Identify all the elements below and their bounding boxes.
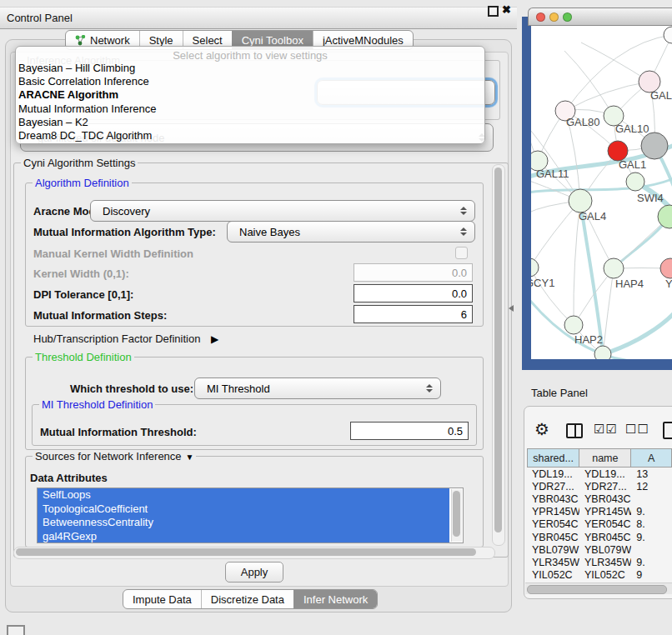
- manual-kernel-checkbox[interactable]: [455, 247, 468, 259]
- table-cell: YPR145W: [579, 506, 631, 518]
- table-cell: 9.: [631, 557, 672, 568]
- table-cell: YDR27...: [579, 481, 631, 492]
- table-row[interactable]: YIL052CYIL052C9: [527, 569, 672, 582]
- table-row[interactable]: YBR043CYBR043C: [527, 492, 672, 505]
- minimize-window-icon[interactable]: [549, 12, 559, 22]
- split-columns-icon[interactable]: [566, 423, 583, 438]
- zoom-window-icon[interactable]: [563, 12, 572, 22]
- hide-columns-icon[interactable]: ☐☐: [625, 422, 649, 437]
- table-cell: YDR27...: [527, 481, 579, 492]
- node-gal4[interactable]: [569, 189, 592, 212]
- list-scrollbar[interactable]: [451, 489, 462, 542]
- table-cell: 12: [631, 481, 672, 492]
- mi-threshold-field[interactable]: 0.5: [350, 422, 469, 440]
- attribute-item-betweennesscentrality[interactable]: BetweennessCentrality: [38, 516, 449, 530]
- dropdown-item-mutual-information-inference[interactable]: Mutual Information Inference: [16, 102, 484, 116]
- table-row[interactable]: YBL079WYBL079W: [527, 543, 672, 556]
- apply-button[interactable]: Apply: [225, 562, 283, 582]
- settings-horizontal-scrollbar[interactable]: [13, 547, 495, 559]
- app-root: Control Panel ✖ NetworkStyleSelectCyni T…: [0, 0, 672, 635]
- node-gal1-label: GAL1: [619, 158, 646, 171]
- node-y-partial-label: YJ: [665, 278, 672, 290]
- kernel-width-field[interactable]: 0.0: [354, 263, 473, 282]
- data-attributes-label: Data Attributes: [30, 472, 108, 484]
- table-row[interactable]: YPR145WYPR145W9.: [527, 506, 672, 518]
- mi-threshold-label: Mutual Information Threshold:: [40, 426, 197, 438]
- table-row[interactable]: YER054CYER054C8.: [527, 518, 672, 531]
- collapse-down-icon[interactable]: ▼: [186, 452, 194, 462]
- hub-definition-label: Hub/Transcription Factor Definition: [33, 332, 200, 345]
- network-window-titlebar[interactable]: [528, 8, 672, 26]
- dpi-tolerance-value: 0.0: [452, 288, 467, 300]
- table-header-row: shared...nameA: [527, 448, 672, 468]
- node-unlabeled-green[interactable]: [658, 205, 672, 228]
- kernel-width-value: 0.0: [452, 267, 467, 279]
- aracne-mode-value: Discovery: [103, 205, 150, 218]
- node-hap2[interactable]: [564, 316, 583, 334]
- panel-collapse-arrow[interactable]: [509, 305, 514, 312]
- node-y-partial[interactable]: [660, 258, 672, 278]
- which-threshold-label: Which threshold to use:: [70, 382, 193, 395]
- table-cell: 9.: [631, 532, 672, 543]
- table-row[interactable]: YDR27...YDR27...12: [527, 480, 672, 492]
- cyni-bottom-tabs: Impute DataDiscretize DataInfer Network: [123, 589, 378, 609]
- dropdown-item-bayesian-hill-climbing[interactable]: Bayesian – Hill Climbing: [16, 62, 484, 75]
- node-gal10-label: GAL10: [615, 122, 649, 135]
- cyni-settings-legend: Cyni Algorithm Settings: [21, 157, 138, 169]
- control-panel-titlebar: Control Panel: [0, 7, 517, 29]
- network-edge: [581, 42, 649, 82]
- tab-impute-data[interactable]: Impute Data: [123, 590, 201, 608]
- dropdown-item-basic-correlation-inference[interactable]: Basic Correlation Inference: [16, 75, 484, 88]
- table-cell: YER054C: [527, 518, 579, 530]
- column-header-a[interactable]: A: [631, 448, 672, 468]
- table-row[interactable]: YBR045CYBR045C9.: [527, 531, 672, 543]
- table-row[interactable]: YDL19...YDL19...13: [527, 468, 672, 480]
- tab-discretize-data[interactable]: Discretize Data: [201, 590, 293, 608]
- table-row[interactable]: YLR345WYLR345W9.: [527, 556, 672, 568]
- minimized-panel-icon[interactable]: [7, 625, 25, 635]
- dropdown-item-aracne-algorithm[interactable]: ARACNE Algorithm: [16, 88, 484, 102]
- float-panel-icon[interactable]: [488, 6, 499, 17]
- combo-arrows-icon: [460, 228, 467, 236]
- table-cell: YBL079W: [527, 544, 579, 556]
- node-unlabeled-top[interactable]: [664, 27, 672, 43]
- node-unlabeled-gray[interactable]: [641, 132, 668, 159]
- mi-steps-value: 6: [461, 308, 467, 321]
- attribute-item-topologicalcoefficient[interactable]: TopologicalCoefficient: [38, 502, 449, 517]
- close-window-icon[interactable]: [536, 12, 545, 22]
- gear-icon[interactable]: ⚙: [534, 419, 549, 439]
- node-gcy1[interactable]: [531, 258, 539, 277]
- dpi-tolerance-field[interactable]: 0.0: [354, 284, 473, 302]
- column-header-shared-[interactable]: shared...: [527, 448, 579, 468]
- aracne-mode-combo[interactable]: Discovery: [90, 200, 475, 222]
- tab-label: Infer Network: [303, 593, 368, 606]
- which-threshold-combo[interactable]: MI Threshold: [194, 378, 441, 399]
- node-attribute-table[interactable]: shared...nameAYDL19...YDL19...13YDR27...…: [527, 448, 672, 582]
- column-header-name[interactable]: name: [579, 448, 631, 468]
- node-unlabeled-bottom[interactable]: [594, 346, 611, 359]
- node-gal11-label: GAL11: [536, 168, 569, 180]
- mi-algorithm-type-combo[interactable]: Naive Bayes: [227, 221, 475, 242]
- table-function-icon[interactable]: [663, 422, 672, 439]
- settings-vertical-scrollbar[interactable]: [492, 164, 505, 546]
- network-edge-highlighted: [603, 311, 672, 354]
- dropdown-item-dream8-dc-tdc-algorithm[interactable]: Dream8 DC_TDC Algorithm: [16, 129, 484, 142]
- tab-label: Network: [90, 34, 130, 47]
- table-horizontal-scrollbar[interactable]: [525, 582, 672, 594]
- show-columns-icon[interactable]: ☑☑: [594, 422, 618, 437]
- table-cell: YLR345W: [527, 557, 579, 568]
- mi-steps-field[interactable]: 6: [354, 305, 473, 323]
- data-attributes-list[interactable]: SelfLoopsTopologicalCoefficientBetweenne…: [37, 488, 464, 543]
- tab-label: Style: [149, 34, 173, 47]
- node-swi4[interactable]: [626, 172, 644, 191]
- network-canvas[interactable]: GAL7GAL80GAL10GAL1GAL11SWI4GAL4GCY1HAP4Y…: [531, 26, 672, 359]
- hub-definition-toggle[interactable]: Hub/Transcription Factor Definition ▶: [33, 332, 218, 345]
- close-panel-icon[interactable]: ✖: [502, 3, 511, 16]
- node-hap4[interactable]: [604, 258, 624, 278]
- attribute-item-selfloops[interactable]: SelfLoops: [38, 488, 449, 502]
- dropdown-item-bayesian-k2[interactable]: Bayesian – K2: [16, 116, 484, 129]
- tab-infer-network[interactable]: Infer Network: [293, 590, 377, 608]
- algorithm-definition-legend: Algorithm Definition: [33, 177, 132, 189]
- tab-label: Cyni Toolbox: [242, 34, 303, 47]
- attribute-item-gal4rgexp[interactable]: gal4RGexp: [38, 530, 449, 543]
